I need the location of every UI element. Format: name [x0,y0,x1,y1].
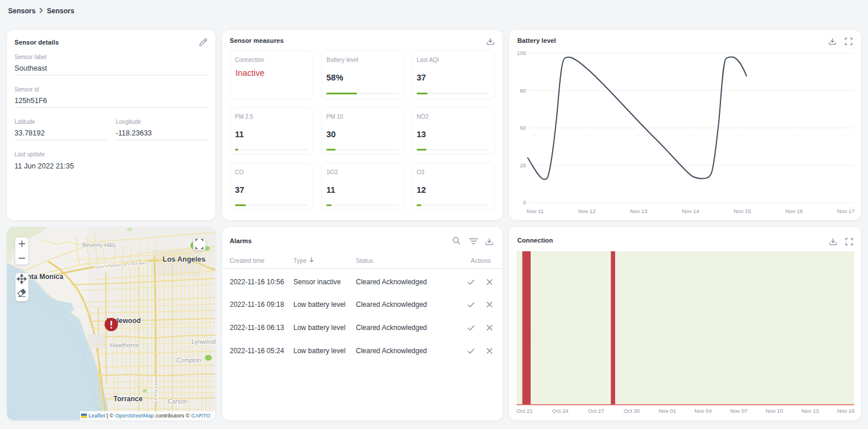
svg-text:Carson: Carson [168,398,187,405]
svg-text:0: 0 [523,199,526,206]
svg-text:Nov 01: Nov 01 [659,408,676,414]
svg-text:Nov 13: Nov 13 [801,408,819,414]
svg-text:Nov 17: Nov 17 [837,208,855,214]
svg-text:Nov 14: Nov 14 [682,208,699,214]
svg-text:Lynwood: Lynwood [192,338,215,345]
svg-text:Nov 11: Nov 11 [527,208,543,214]
svg-text:Leaflet | © OpenStreetMap cont: Leaflet | © OpenStreetMap contributors ©… [89,412,210,419]
svg-text:Nov 16: Nov 16 [837,408,855,414]
svg-text:Oct 21: Oct 21 [517,408,533,414]
svg-text:Nov 10: Nov 10 [766,408,783,414]
svg-text:Oct 27: Oct 27 [588,408,604,414]
svg-text:80: 80 [520,87,526,94]
svg-text:Nov 13: Nov 13 [630,208,648,214]
svg-text:Nov 16: Nov 16 [785,208,803,214]
svg-text:Nov 15: Nov 15 [734,208,751,214]
svg-text:20: 20 [520,162,526,168]
svg-text:Oct 30: Oct 30 [624,408,640,414]
svg-text:Beverly Hills: Beverly Hills [82,241,116,248]
svg-text:Oct 24: Oct 24 [552,408,568,414]
svg-text:OR FREEWAY: OR FREEWAY [154,376,158,404]
svg-text:Compton: Compton [176,357,201,364]
svg-text:100: 100 [517,50,526,56]
svg-text:Nov 12: Nov 12 [578,208,595,214]
svg-text:Los Angeles: Los Angeles [163,255,205,263]
svg-text:Nov 07: Nov 07 [730,408,748,414]
svg-text:Hawthorne: Hawthorne [110,342,139,349]
svg-text:60: 60 [520,124,526,131]
svg-text:Nov 04: Nov 04 [694,408,712,414]
svg-text:Torrance: Torrance [113,395,143,403]
